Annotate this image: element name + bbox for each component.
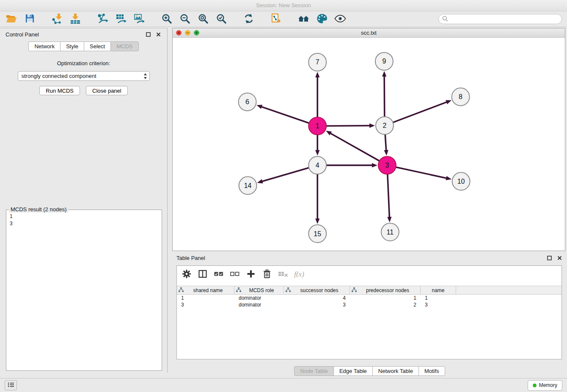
zoom-fit-icon (198, 13, 209, 25)
window-close-button[interactable] (176, 30, 182, 36)
export-image-button[interactable] (133, 13, 146, 25)
export-table-button[interactable] (115, 13, 127, 25)
cell-name[interactable]: 1 (421, 295, 456, 301)
style-palette-button[interactable] (316, 13, 328, 25)
graph-edge-2-9[interactable] (382, 71, 386, 116)
cell-shared-name[interactable]: 1 (177, 295, 234, 301)
svg-text:2: 2 (383, 122, 386, 129)
close-panel-button[interactable]: Close panel (86, 86, 128, 95)
column-header-predecessor-nodes[interactable]: predecessor nodes (350, 286, 421, 294)
graph-node-7[interactable]: 7 (308, 53, 326, 71)
graph-node-3[interactable]: 3 (378, 156, 396, 174)
import-network-button[interactable] (51, 13, 63, 25)
save-session-button[interactable] (23, 13, 36, 25)
float-panel-icon[interactable] (145, 31, 151, 38)
network-graph[interactable]: 7968124314101511 (173, 37, 565, 251)
clone-network-button[interactable] (270, 13, 283, 25)
first-neighbors-button[interactable] (297, 13, 310, 25)
zoom-selected-button[interactable] (215, 13, 228, 25)
zoom-fit-button[interactable] (197, 13, 209, 25)
function-builder-button[interactable]: f(x) (293, 268, 305, 280)
cell-predecessor-nodes[interactable]: 2 (350, 302, 421, 308)
table-row[interactable]: 3 dominator 3 2 3 (177, 301, 561, 308)
export-network-button[interactable] (96, 13, 109, 25)
criterion-dropdown[interactable]: strongly connected component (18, 71, 150, 81)
task-history-button[interactable] (5, 380, 17, 390)
unchecked-boxes-icon (230, 271, 239, 279)
open-file-button[interactable] (5, 13, 18, 25)
graph-edge-4-14[interactable] (257, 168, 309, 184)
zoom-in-button[interactable] (160, 13, 173, 25)
graph-edge-1-6[interactable] (256, 105, 308, 123)
memory-button[interactable]: Memory (528, 380, 562, 391)
cell-successor-nodes[interactable]: 3 (284, 302, 350, 308)
tab-edge-table[interactable]: Edge Table (333, 366, 373, 376)
cell-mcds-role[interactable]: dominator (234, 295, 284, 301)
zoom-selected-icon (216, 13, 227, 25)
add-column-button[interactable] (245, 268, 257, 280)
network-canvas[interactable]: 7968124314101511 (173, 37, 565, 251)
graph-edge-1-4[interactable] (315, 135, 319, 156)
zoom-out-button[interactable] (179, 13, 191, 25)
graph-edge-1-7[interactable] (315, 72, 319, 117)
deselect-all-rows-button[interactable] (229, 268, 241, 280)
column-header-shared-name[interactable]: shared name (177, 286, 234, 294)
graph-node-6[interactable]: 6 (239, 93, 256, 111)
show-hide-button[interactable] (334, 13, 347, 25)
delete-columns-button[interactable] (261, 268, 273, 280)
cell-successor-nodes[interactable]: 4 (284, 295, 350, 301)
graph-node-11[interactable]: 11 (381, 223, 399, 241)
graph-node-15[interactable]: 15 (308, 225, 326, 243)
import-table-button[interactable] (69, 13, 82, 25)
folder-open-icon (6, 14, 17, 25)
split-panel-button[interactable] (197, 268, 209, 280)
graph-edge-1-2[interactable] (327, 124, 375, 128)
network-window-titlebar[interactable]: scc.txt (173, 28, 565, 38)
graph-node-10[interactable]: 10 (452, 172, 470, 190)
table-row[interactable]: 1 dominator 4 1 1 (177, 295, 561, 301)
close-table-panel-icon[interactable] (556, 254, 563, 261)
graph-node-1[interactable]: 1 (308, 117, 326, 135)
eye-icon (334, 14, 346, 25)
graph-node-8[interactable]: 8 (452, 88, 470, 106)
apply-layout-button[interactable] (242, 13, 255, 25)
graph-edge-4-15[interactable] (315, 174, 319, 224)
tab-motifs[interactable]: Motifs (418, 366, 445, 376)
delete-table-button[interactable] (277, 268, 289, 280)
cell-mcds-role[interactable]: dominator (234, 302, 284, 308)
tab-node-table[interactable]: Node Table (294, 366, 334, 376)
status-bar: Memory (0, 378, 567, 392)
cell-shared-name[interactable]: 3 (177, 302, 234, 308)
tab-select[interactable]: Select (84, 41, 111, 51)
graph-edge-3-11[interactable] (387, 174, 391, 222)
graph-node-9[interactable]: 9 (375, 52, 393, 70)
graph-edge-4-3[interactable] (327, 163, 377, 167)
graph-node-4[interactable]: 4 (308, 156, 326, 174)
graph-node-14[interactable]: 14 (239, 177, 257, 194)
graph-edge-2-3[interactable] (384, 135, 388, 155)
tab-network[interactable]: Network (28, 41, 61, 51)
select-all-rows-button[interactable] (213, 268, 225, 280)
window-minimize-button[interactable] (185, 30, 190, 36)
tab-mcds[interactable]: MCDS (110, 41, 138, 51)
svg-text:14: 14 (244, 182, 252, 189)
criterion-dropdown-value: strongly connected component (22, 73, 96, 79)
cell-predecessor-nodes[interactable]: 1 (350, 295, 421, 301)
column-settings-button[interactable] (181, 268, 193, 280)
graph-edge-3-10[interactable] (396, 167, 451, 180)
close-panel-icon[interactable] (155, 31, 162, 38)
tab-network-table[interactable]: Network Table (372, 366, 419, 376)
float-table-panel-icon[interactable] (546, 254, 553, 261)
column-header-name[interactable]: name (421, 286, 456, 294)
window-zoom-button[interactable] (194, 30, 199, 36)
graph-edge-2-8[interactable] (393, 100, 451, 122)
search-input[interactable] (450, 16, 558, 22)
window-titlebar[interactable]: Session: New Session (0, 0, 567, 11)
graph-node-2[interactable]: 2 (376, 117, 394, 135)
graph-edge-3-1[interactable] (326, 131, 379, 161)
run-mcds-button[interactable]: Run MCDS (39, 86, 80, 95)
column-header-mcds-role[interactable]: MCDS role (234, 286, 284, 294)
column-header-successor-nodes[interactable]: successor nodes (284, 286, 350, 294)
cell-name[interactable]: 3 (421, 302, 456, 308)
tab-style[interactable]: Style (60, 41, 84, 51)
